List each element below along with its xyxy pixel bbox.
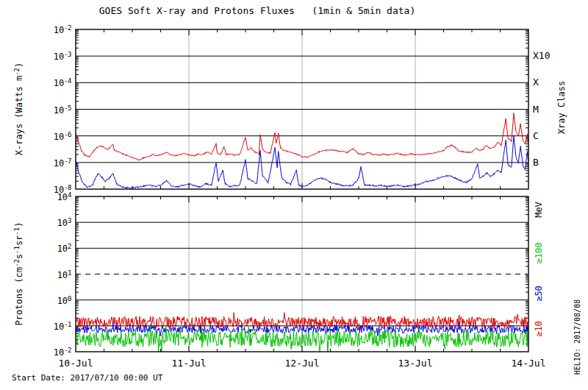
axis-label-text: Protons (cm [14, 267, 24, 325]
y-tick-label: 101 [27, 269, 71, 280]
axis-label-text: ) [14, 63, 24, 68]
energy-threshold-label: ≥10 [534, 321, 544, 337]
axis-label-superscript: -1 [13, 227, 21, 235]
x-tick-label: 12-Jul [273, 358, 331, 369]
xray-axis-label: X-rays (Watts m-2) [13, 63, 24, 155]
xray-class-axis-label: Xray Class [556, 81, 567, 134]
energy-threshold-label: ≥50 [534, 286, 544, 302]
y-tick-label: 10-2 [27, 346, 71, 357]
xray-class-label: M [533, 104, 539, 115]
y-tick-label: 10-6 [27, 130, 71, 141]
x-tick-label: 11-Jul [159, 358, 218, 369]
y-tick-label: 10-7 [27, 157, 71, 168]
x-tick-label: 13-Jul [386, 358, 445, 369]
y-tick-label: 10-4 [27, 77, 71, 88]
y-tick-label: 10-1 [27, 320, 71, 331]
y-tick-label: 10-2 [27, 24, 71, 35]
axis-label-superscript: -2 [13, 259, 21, 267]
axis-label-text: X-rays (Watts m [14, 76, 24, 155]
y-tick-label: 104 [27, 191, 71, 202]
axis-label-superscript: -2 [13, 68, 21, 76]
axis-label-text: s [14, 254, 24, 259]
start-date-label: Start Date: 2017/07/10 00:00 UT [12, 373, 162, 383]
xray-class-label: B [533, 157, 539, 168]
mev-axis-label: MeV [534, 202, 544, 218]
y-tick-label: 103 [27, 216, 71, 227]
xray-class-label: C [533, 130, 539, 141]
y-tick-label: 100 [27, 294, 71, 305]
x-tick-label: 10-Jul [46, 358, 105, 369]
axis-label-text: sr [14, 235, 24, 246]
axis-label-text: ) [14, 222, 24, 227]
y-tick-label: 10-3 [27, 50, 71, 61]
xray-class-label: X [533, 77, 539, 88]
axis-label-superscript: -1 [13, 246, 21, 254]
energy-threshold-label: ≥100 [534, 243, 544, 264]
credit-label: HELIO: 2017/08/08 [573, 299, 581, 375]
y-tick-label: 10-5 [27, 104, 71, 115]
y-tick-label: 102 [27, 242, 71, 253]
xray-class-label: X10 [533, 50, 550, 61]
plot-canvas [0, 0, 588, 390]
proton-axis-label: Protons (cm-2s-1sr-1) [13, 222, 24, 326]
x-tick-label: 14-Jul [499, 358, 558, 369]
goes-flux-chart: GOES Soft X-ray and Protons Fluxes (1min… [0, 0, 588, 390]
